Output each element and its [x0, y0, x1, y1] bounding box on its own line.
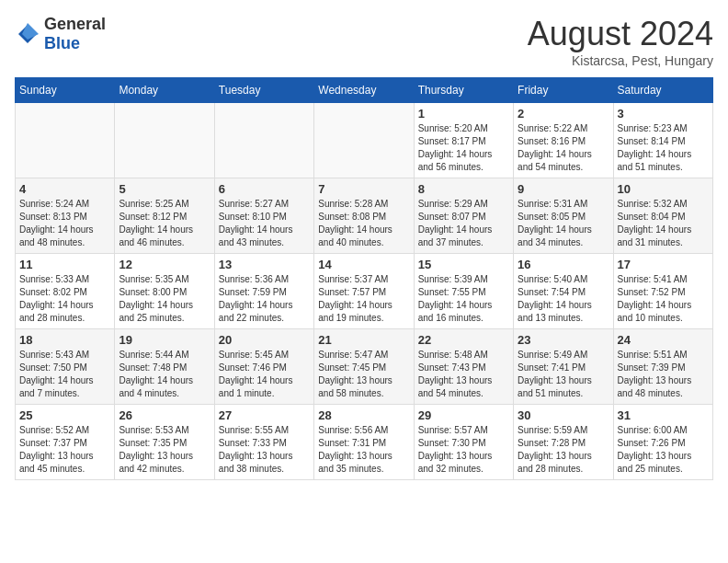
day-number: 21 [318, 333, 409, 347]
col-sunday: Sunday [16, 78, 115, 103]
logo-text: General Blue [44, 15, 106, 53]
calendar-cell: 8Sunrise: 5:29 AM Sunset: 8:07 PM Daylig… [414, 178, 513, 254]
day-info: Sunrise: 5:41 AM Sunset: 7:52 PM Dayligh… [618, 273, 709, 325]
page-header: General Blue August 2024 Kistarcsa, Pest… [15, 15, 713, 68]
calendar-cell: 15Sunrise: 5:39 AM Sunset: 7:55 PM Dayli… [414, 254, 513, 329]
day-number: 12 [119, 258, 210, 271]
calendar-week-4: 18Sunrise: 5:43 AM Sunset: 7:50 PM Dayli… [16, 329, 713, 405]
day-number: 27 [219, 408, 310, 422]
day-number: 14 [318, 258, 409, 271]
day-info: Sunrise: 5:32 AM Sunset: 8:04 PM Dayligh… [618, 198, 709, 249]
calendar-cell [115, 103, 214, 178]
col-friday: Friday [514, 78, 613, 103]
calendar-cell: 6Sunrise: 5:27 AM Sunset: 8:10 PM Daylig… [214, 178, 313, 254]
calendar-cell: 20Sunrise: 5:45 AM Sunset: 7:46 PM Dayli… [214, 329, 313, 405]
calendar-cell: 27Sunrise: 5:55 AM Sunset: 7:33 PM Dayli… [214, 405, 313, 480]
day-number: 19 [119, 333, 210, 347]
day-info: Sunrise: 5:40 AM Sunset: 7:54 PM Dayligh… [518, 273, 609, 325]
day-number: 13 [219, 258, 310, 271]
calendar-week-5: 25Sunrise: 5:52 AM Sunset: 7:37 PM Dayli… [16, 405, 713, 480]
day-number: 4 [19, 182, 110, 196]
calendar-table: Sunday Monday Tuesday Wednesday Thursday… [15, 77, 713, 480]
calendar-cell [16, 103, 115, 178]
calendar-cell: 4Sunrise: 5:24 AM Sunset: 8:13 PM Daylig… [16, 178, 115, 254]
day-number: 25 [19, 408, 110, 422]
month-title: August 2024 [528, 15, 713, 53]
calendar-cell: 24Sunrise: 5:51 AM Sunset: 7:39 PM Dayli… [613, 329, 712, 405]
day-number: 2 [518, 107, 609, 121]
day-number: 1 [418, 107, 509, 121]
day-number: 29 [418, 408, 509, 422]
calendar-cell [314, 103, 414, 178]
calendar-cell: 21Sunrise: 5:47 AM Sunset: 7:45 PM Dayli… [314, 329, 414, 405]
day-info: Sunrise: 5:33 AM Sunset: 8:02 PM Dayligh… [19, 273, 110, 325]
calendar-cell: 22Sunrise: 5:48 AM Sunset: 7:43 PM Dayli… [414, 329, 513, 405]
col-tuesday: Tuesday [214, 78, 313, 103]
day-number: 10 [618, 182, 709, 196]
calendar-cell: 9Sunrise: 5:31 AM Sunset: 8:05 PM Daylig… [514, 178, 613, 254]
calendar-cell: 26Sunrise: 5:53 AM Sunset: 7:35 PM Dayli… [115, 405, 214, 480]
calendar-cell: 1Sunrise: 5:20 AM Sunset: 8:17 PM Daylig… [414, 103, 513, 178]
day-info: Sunrise: 5:25 AM Sunset: 8:12 PM Dayligh… [119, 198, 210, 249]
calendar-cell: 18Sunrise: 5:43 AM Sunset: 7:50 PM Dayli… [16, 329, 115, 405]
day-number: 16 [518, 258, 609, 271]
day-number: 28 [318, 408, 409, 422]
day-info: Sunrise: 5:53 AM Sunset: 7:35 PM Dayligh… [119, 424, 210, 476]
calendar-cell: 5Sunrise: 5:25 AM Sunset: 8:12 PM Daylig… [115, 178, 214, 254]
logo-blue: Blue [44, 34, 80, 52]
day-info: Sunrise: 5:52 AM Sunset: 7:37 PM Dayligh… [19, 424, 110, 476]
day-info: Sunrise: 6:00 AM Sunset: 7:26 PM Dayligh… [618, 424, 709, 476]
calendar-cell: 7Sunrise: 5:28 AM Sunset: 8:08 PM Daylig… [314, 178, 414, 254]
day-number: 31 [618, 408, 709, 422]
day-info: Sunrise: 5:43 AM Sunset: 7:50 PM Dayligh… [19, 349, 110, 400]
col-saturday: Saturday [613, 78, 712, 103]
day-number: 5 [119, 182, 210, 196]
calendar-cell: 28Sunrise: 5:56 AM Sunset: 7:31 PM Dayli… [314, 405, 414, 480]
day-number: 7 [318, 182, 409, 196]
calendar-cell: 11Sunrise: 5:33 AM Sunset: 8:02 PM Dayli… [16, 254, 115, 329]
day-number: 3 [618, 107, 709, 121]
day-info: Sunrise: 5:31 AM Sunset: 8:05 PM Dayligh… [518, 198, 609, 249]
calendar-cell: 23Sunrise: 5:49 AM Sunset: 7:41 PM Dayli… [514, 329, 613, 405]
calendar-cell: 25Sunrise: 5:52 AM Sunset: 7:37 PM Dayli… [16, 405, 115, 480]
day-number: 17 [618, 258, 709, 271]
calendar-cell: 12Sunrise: 5:35 AM Sunset: 8:00 PM Dayli… [115, 254, 214, 329]
day-info: Sunrise: 5:48 AM Sunset: 7:43 PM Dayligh… [418, 349, 509, 400]
day-info: Sunrise: 5:37 AM Sunset: 7:57 PM Dayligh… [318, 273, 409, 325]
day-info: Sunrise: 5:36 AM Sunset: 7:59 PM Dayligh… [219, 273, 310, 325]
calendar-week-1: 1Sunrise: 5:20 AM Sunset: 8:17 PM Daylig… [16, 103, 713, 178]
day-number: 9 [518, 182, 609, 196]
calendar-cell: 17Sunrise: 5:41 AM Sunset: 7:52 PM Dayli… [613, 254, 712, 329]
day-info: Sunrise: 5:39 AM Sunset: 7:55 PM Dayligh… [418, 273, 509, 325]
day-number: 6 [219, 182, 310, 196]
title-block: August 2024 Kistarcsa, Pest, Hungary [528, 15, 713, 68]
calendar-cell: 3Sunrise: 5:23 AM Sunset: 8:14 PM Daylig… [613, 103, 712, 178]
day-info: Sunrise: 5:51 AM Sunset: 7:39 PM Dayligh… [618, 349, 709, 400]
day-number: 23 [518, 333, 609, 347]
col-monday: Monday [115, 78, 214, 103]
day-info: Sunrise: 5:29 AM Sunset: 8:07 PM Dayligh… [418, 198, 509, 249]
day-info: Sunrise: 5:55 AM Sunset: 7:33 PM Dayligh… [219, 424, 310, 476]
calendar-week-3: 11Sunrise: 5:33 AM Sunset: 8:02 PM Dayli… [16, 254, 713, 329]
day-info: Sunrise: 5:49 AM Sunset: 7:41 PM Dayligh… [518, 349, 609, 400]
calendar-cell: 2Sunrise: 5:22 AM Sunset: 8:16 PM Daylig… [514, 103, 613, 178]
day-info: Sunrise: 5:24 AM Sunset: 8:13 PM Dayligh… [19, 198, 110, 249]
day-number: 15 [418, 258, 509, 271]
calendar-week-2: 4Sunrise: 5:24 AM Sunset: 8:13 PM Daylig… [16, 178, 713, 254]
day-number: 22 [418, 333, 509, 347]
calendar-cell [214, 103, 313, 178]
day-info: Sunrise: 5:59 AM Sunset: 7:28 PM Dayligh… [518, 424, 609, 476]
day-info: Sunrise: 5:35 AM Sunset: 8:00 PM Dayligh… [119, 273, 210, 325]
day-number: 18 [19, 333, 110, 347]
calendar-cell: 19Sunrise: 5:44 AM Sunset: 7:48 PM Dayli… [115, 329, 214, 405]
col-thursday: Thursday [414, 78, 513, 103]
logo-icon [15, 21, 40, 47]
day-info: Sunrise: 5:47 AM Sunset: 7:45 PM Dayligh… [318, 349, 409, 400]
day-info: Sunrise: 5:44 AM Sunset: 7:48 PM Dayligh… [119, 349, 210, 400]
day-info: Sunrise: 5:23 AM Sunset: 8:14 PM Dayligh… [618, 122, 709, 174]
calendar-cell: 29Sunrise: 5:57 AM Sunset: 7:30 PM Dayli… [414, 405, 513, 480]
day-info: Sunrise: 5:22 AM Sunset: 8:16 PM Dayligh… [518, 122, 609, 174]
day-info: Sunrise: 5:27 AM Sunset: 8:10 PM Dayligh… [219, 198, 310, 249]
day-number: 26 [119, 408, 210, 422]
calendar-cell: 14Sunrise: 5:37 AM Sunset: 7:57 PM Dayli… [314, 254, 414, 329]
